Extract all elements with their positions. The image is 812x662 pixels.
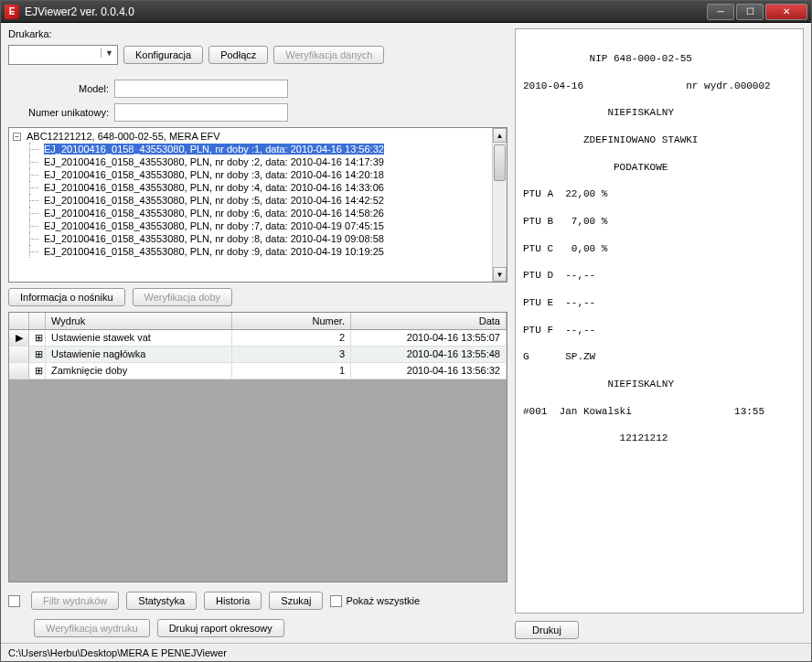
app-icon: E (5, 5, 19, 19)
printer-combo[interactable] (8, 45, 118, 65)
tree-scrollbar[interactable]: ▲ ▼ (492, 128, 507, 282)
tree-item[interactable]: EJ_20100416_0158_43553080, PLN, nr doby … (13, 219, 488, 232)
receipt-preview: NIP 648-000-02-55 2010-04-16 nr wydr.000… (515, 28, 804, 614)
stats-button[interactable]: Statystyka (126, 592, 197, 610)
connect-button[interactable]: Podłącz (208, 46, 268, 64)
table-row[interactable]: ▶ ⊞ Ustawienie stawek vat 2 2010-04-16 1… (9, 330, 507, 347)
expand-icon[interactable]: ⊞ (29, 330, 46, 346)
close-button[interactable]: ✕ (765, 4, 807, 20)
grid-header-number[interactable]: Numer. (232, 313, 351, 329)
printer-label: Drukarka: (8, 28, 52, 39)
table-row[interactable]: ⊞ Zamknięcie doby 1 2010-04-16 13:56:32 (9, 363, 507, 379)
collapse-icon[interactable]: − (13, 133, 21, 141)
table-row[interactable]: ⊞ Ustawienie nagłówka 3 2010-04-16 13:55… (9, 347, 507, 363)
window-title: EJViewer2 ver. 0.0.4.0 (25, 5, 707, 18)
tree-item[interactable]: EJ_20100416_0158_43553080, PLN, nr doby … (13, 143, 488, 155)
grid-panel: Wydruk Numer. Data ▶ ⊞ Ustawienie stawek… (8, 312, 508, 582)
search-button[interactable]: Szukaj (269, 592, 323, 610)
periodic-report-button[interactable]: Drukuj raport okresowy (157, 619, 284, 637)
filter-button[interactable]: Filtr wydruków (31, 592, 119, 610)
tree-item[interactable]: EJ_20100416_0158_43553080, PLN, nr doby … (13, 181, 488, 194)
verify-data-button[interactable]: Weryfikacja danych (273, 46, 384, 64)
verify-print-button[interactable]: Weryfikacja wydruku (34, 619, 150, 637)
media-info-button[interactable]: Informacja o nośniku (8, 288, 125, 306)
tree-panel: − ABC12121212, 648-000-02-55, MERA EFV E… (8, 127, 508, 283)
scroll-up-icon[interactable]: ▲ (493, 128, 507, 143)
print-button[interactable]: Drukuj (515, 621, 579, 639)
expand-icon[interactable]: ⊞ (29, 347, 46, 362)
show-all-label: Pokaż wszystkie (346, 595, 420, 606)
expand-icon[interactable]: ⊞ (29, 363, 46, 379)
minimize-button[interactable]: ─ (707, 4, 734, 20)
tree-item[interactable]: EJ_20100416_0158_43553080, PLN, nr doby … (13, 232, 488, 245)
scroll-down-icon[interactable]: ▼ (493, 267, 507, 282)
statusbar: C:\Users\Herbu\Desktop\MERA E PEN\EJView… (1, 643, 811, 661)
model-label: Model: (8, 83, 109, 94)
grid-header-name[interactable]: Wydruk (46, 313, 232, 329)
history-button[interactable]: Historia (204, 592, 262, 610)
maximize-button[interactable]: ☐ (736, 4, 764, 20)
model-field[interactable] (114, 80, 288, 98)
grid-header-date[interactable]: Data (351, 313, 507, 329)
unique-number-label: Numer unikatowy: (8, 107, 109, 118)
grid-header: Wydruk Numer. Data (9, 313, 507, 330)
verify-day-button[interactable]: Weryfikacja doby (133, 288, 233, 306)
tree-item[interactable]: EJ_20100416_0158_43553080, PLN, nr doby … (13, 245, 488, 258)
filter-checkbox[interactable] (8, 595, 20, 607)
unique-number-field[interactable] (114, 103, 288, 122)
tree-item[interactable]: EJ_20100416_0158_43553080, PLN, nr doby … (13, 207, 488, 219)
titlebar: E EJViewer2 ver. 0.0.4.0 ─ ☐ ✕ (1, 1, 811, 23)
config-button[interactable]: Konfiguracja (123, 46, 203, 64)
scroll-thumb[interactable] (494, 144, 506, 181)
tree-item[interactable]: EJ_20100416_0158_43553080, PLN, nr doby … (13, 168, 488, 181)
show-all-checkbox[interactable] (330, 595, 342, 607)
tree-item[interactable]: EJ_20100416_0158_43553080, PLN, nr doby … (13, 194, 488, 207)
tree-root[interactable]: − ABC12121212, 648-000-02-55, MERA EFV (13, 130, 488, 143)
row-indicator-icon: ▶ (9, 330, 29, 346)
tree-item[interactable]: EJ_20100416_0158_43553080, PLN, nr doby … (13, 155, 488, 168)
statusbar-path: C:\Users\Herbu\Desktop\MERA E PEN\EJView… (8, 647, 227, 658)
